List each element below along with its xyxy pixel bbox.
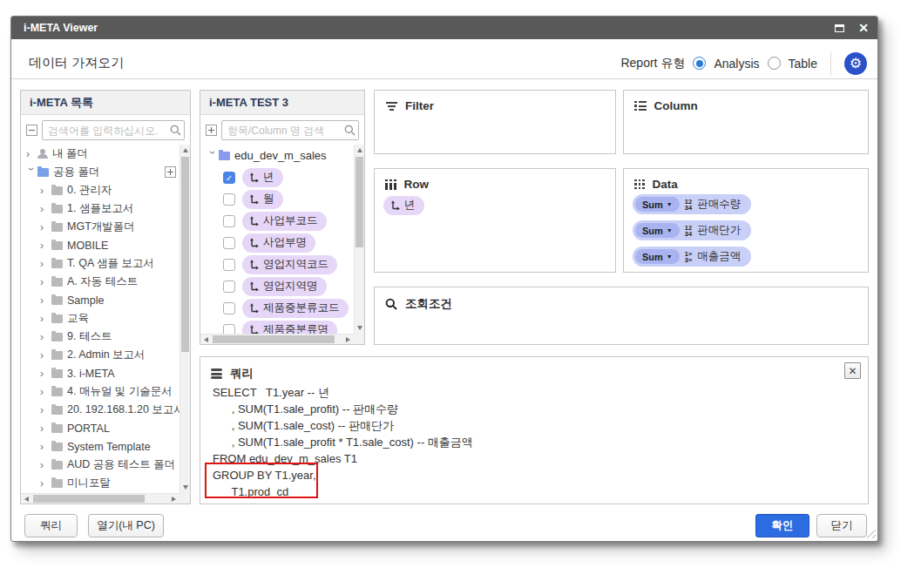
chevron-right-icon: › — [40, 478, 51, 489]
expand-plus-icon[interactable] — [165, 166, 176, 178]
scrollbar-thumb[interactable] — [181, 157, 189, 352]
field-item[interactable]: 월 — [200, 188, 354, 210]
filter-panel[interactable]: Filter — [374, 90, 616, 154]
tree-item[interactable]: ›3. i-META — [21, 364, 179, 382]
scroll-right-icon — [172, 497, 176, 502]
horizontal-scrollbar[interactable] — [200, 334, 354, 344]
field-pill[interactable]: 사업부명 — [242, 233, 315, 253]
row-field-pill[interactable]: 년 — [383, 196, 424, 215]
chevron-right-icon: › — [40, 350, 51, 361]
tree-item[interactable]: ›교육 — [21, 309, 179, 328]
radio-table[interactable] — [768, 57, 781, 70]
scrollbar-thumb[interactable] — [356, 157, 363, 247]
user-folder-icon — [37, 149, 48, 159]
checkbox[interactable] — [223, 215, 235, 227]
checkbox[interactable] — [223, 280, 235, 293]
horizontal-scrollbar[interactable] — [21, 493, 179, 504]
window-title: i-META Viewer — [24, 22, 821, 34]
tree-item[interactable]: ›MOBILE — [21, 236, 179, 254]
aggregation-dropdown[interactable]: Sum▼ — [635, 223, 680, 238]
data-field-pill[interactable]: Sum▼1234판매단가 — [633, 220, 751, 240]
field-item[interactable]: 사업부명 — [200, 232, 354, 253]
field-item[interactable]: 영업지역명 — [200, 275, 354, 297]
tree-item[interactable]: ›9. 테스트 — [21, 328, 179, 346]
checkbox[interactable] — [223, 302, 235, 314]
field-pill[interactable]: 월 — [242, 190, 283, 209]
data-field-pill[interactable]: Sum▼1≡3≡매출금액 — [633, 247, 751, 267]
checkbox[interactable] — [223, 193, 235, 206]
aggregation-dropdown[interactable]: Sum▼ — [635, 249, 680, 264]
data-field-pill[interactable]: Sum▼1234판매수량 — [633, 194, 751, 214]
field-pill[interactable]: 영업지역명 — [242, 277, 327, 296]
checkbox[interactable] — [223, 259, 235, 271]
tree-item[interactable]: ›System Template — [21, 437, 179, 456]
tree-item[interactable]: ›Sample — [21, 291, 179, 309]
row-title: Row — [404, 178, 430, 191]
close-button[interactable]: ✕ — [858, 22, 869, 34]
aggregation-dropdown[interactable]: Sum▼ — [635, 197, 680, 212]
query-close-button[interactable]: ✕ — [844, 362, 861, 379]
tree-item[interactable]: ›4. 매뉴얼 및 기술문서 — [21, 382, 179, 401]
scrollbar-thumb[interactable] — [213, 335, 335, 343]
tree-item-my-folder[interactable]: ›내 폴더 — [21, 145, 179, 163]
field-item[interactable]: 제품중분류코드 — [200, 297, 354, 319]
close-icon: ✕ — [858, 22, 869, 34]
checkbox[interactable] — [223, 237, 235, 249]
tree-item-table[interactable]: ›edu_dev_m_sales — [200, 145, 354, 166]
field-pill[interactable]: 제품중분류명 — [242, 321, 337, 335]
tree-item[interactable]: ›0. 관리자 — [21, 181, 179, 199]
field-pill[interactable]: 년 — [242, 168, 283, 187]
settings-button[interactable]: ⚙ — [844, 52, 867, 75]
collapse-all-icon[interactable] — [26, 125, 37, 136]
close-dialog-button[interactable]: 닫기 — [816, 514, 867, 537]
field-pill[interactable]: 제품중분류코드 — [242, 299, 349, 318]
query-button[interactable]: 쿼리 — [24, 514, 78, 537]
data-panel[interactable]: Data Sum▼1234판매수량 Sum▼1234판매단가 Sum▼1≡3≡매… — [623, 168, 869, 273]
field-item[interactable]: 영업지역코드 — [200, 253, 354, 275]
column-search-input[interactable] — [221, 120, 359, 140]
radio-analysis[interactable] — [693, 57, 706, 70]
scrollbar-thumb[interactable] — [33, 495, 145, 503]
page-title: 데이터 가져오기 — [29, 55, 124, 71]
tree-item-shared-folder[interactable]: ›공용 폴더 — [21, 163, 179, 181]
column-panel[interactable]: Column — [623, 90, 869, 154]
condition-panel[interactable]: 조회조건 — [374, 287, 869, 345]
folder-icon — [51, 296, 63, 305]
tree-item[interactable]: ›A. 자동 테스트 — [21, 273, 179, 291]
field-item[interactable]: 사업부코드 — [200, 210, 354, 232]
chevron-right-icon: › — [40, 332, 51, 342]
tree-item[interactable]: ›AUD 공용 테스트 폴더 — [21, 456, 179, 474]
search-icon — [344, 125, 356, 136]
folder-icon — [51, 479, 63, 488]
tree-item[interactable]: ›1. 샘플보고서 — [21, 199, 179, 218]
open-local-button[interactable]: 열기(내 PC) — [88, 514, 164, 537]
expand-all-icon[interactable] — [206, 125, 217, 136]
tree-item[interactable]: ›PORTAL — [21, 419, 179, 437]
row-panel[interactable]: Row 년 — [374, 168, 616, 273]
folder-icon — [51, 223, 63, 232]
scroll-up-icon — [357, 148, 362, 152]
maximize-button[interactable] — [835, 24, 844, 32]
field-item[interactable]: 년 — [200, 166, 354, 188]
data-title: Data — [653, 178, 678, 191]
tree-item[interactable]: ›T. QA 샘플 보고서 — [21, 254, 179, 273]
caret-down-icon: ▼ — [667, 201, 673, 207]
query-title: 쿼리 — [230, 366, 254, 382]
field-pill[interactable]: 영업지역코드 — [242, 255, 337, 274]
ok-button[interactable]: 확인 — [755, 514, 809, 537]
radio-table-label: Table — [789, 57, 817, 71]
maximize-icon — [835, 24, 844, 32]
tree-item[interactable]: ›20. 192.168.1.20 보고서 — [21, 401, 179, 419]
folder-search-input[interactable] — [42, 120, 185, 140]
field-pill[interactable]: 사업부코드 — [242, 212, 327, 231]
checkbox-checked[interactable] — [223, 172, 235, 184]
checkbox[interactable] — [223, 324, 235, 335]
tree-item[interactable]: ›MGT개발폴더 — [21, 218, 179, 236]
field-item[interactable]: 제품중분류명 — [200, 319, 354, 334]
vertical-scrollbar[interactable] — [354, 145, 364, 334]
scroll-up-icon — [183, 148, 188, 152]
sql-text: SELECT T1.year -- 년 , SUM(T1.sale_profit… — [213, 384, 856, 500]
tree-item[interactable]: ›미니포탈 — [21, 474, 179, 492]
vertical-scrollbar[interactable] — [179, 145, 190, 493]
tree-item[interactable]: ›2. Admin 보고서 — [21, 346, 179, 364]
